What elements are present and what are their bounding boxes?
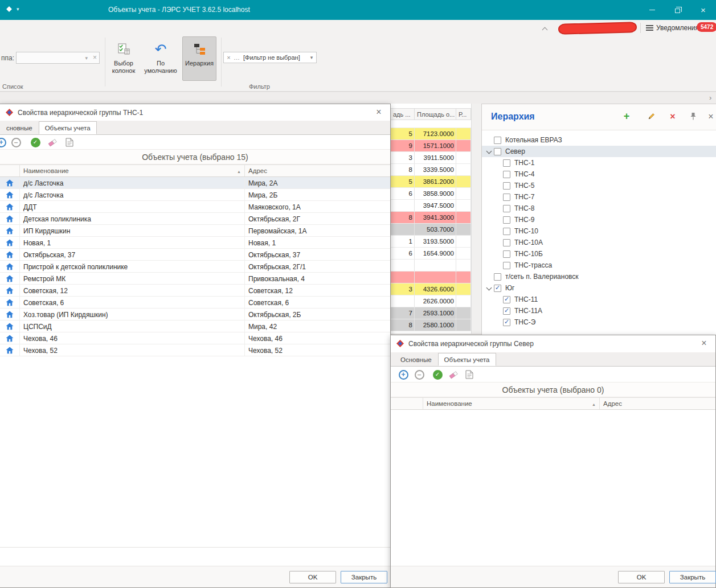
chevron-right-icon[interactable]: › — [709, 93, 711, 102]
checkbox[interactable] — [503, 205, 510, 212]
checkbox[interactable] — [503, 216, 510, 224]
tree-item[interactable]: Юг — [482, 282, 716, 294]
delete-group-button[interactable]: × — [666, 111, 680, 123]
ok-button[interactable]: OK — [289, 571, 336, 583]
table-row[interactable]: Чехова, 46 Чехова, 46 — [0, 332, 390, 344]
choose-columns-button[interactable]: Выбор колонок — [108, 36, 139, 81]
tree-item[interactable]: Север — [482, 146, 716, 157]
checkbox[interactable] — [494, 137, 501, 144]
tree-item[interactable]: ТНС-10А — [482, 237, 716, 248]
edit-group-button[interactable] — [645, 111, 658, 123]
checkbox[interactable] — [503, 182, 510, 190]
table-row[interactable]: 6 3858.9000 — [391, 188, 471, 200]
minimize-button[interactable] — [639, 0, 665, 20]
table-row[interactable]: Детская поликлиника Октябрьская, 2Г — [0, 213, 390, 225]
expander-icon[interactable] — [485, 147, 494, 156]
tree-item[interactable]: ТНС-1 — [482, 157, 716, 168]
checkbox[interactable] — [503, 159, 510, 167]
table-row[interactable]: Ремстрой МК Привокзальная, 4 — [0, 273, 390, 285]
hierarchy-toggle-button[interactable]: Иерархия — [182, 36, 216, 81]
table-row[interactable]: Чехова, 52 Чехова, 52 — [0, 344, 390, 356]
table-row[interactable]: ДДТ Маяковского, 1А — [0, 201, 390, 213]
apply-button[interactable]: ✓ — [30, 137, 41, 148]
column-header-area[interactable]: адь ... — [391, 109, 415, 120]
table-row[interactable]: ЦСПСиД Мира, 42 — [0, 320, 390, 332]
table-row[interactable]: ИП Кирдяшкин Первомайская, 1А — [0, 225, 390, 237]
close-dialog-button[interactable]: × — [698, 338, 710, 348]
table-row[interactable]: д/с Ласточка Мира, 2Б — [0, 189, 390, 201]
tree-item[interactable]: ТНС-7 — [482, 191, 716, 203]
table-row[interactable]: 8 3941.3000 — [391, 212, 471, 224]
tree-item[interactable]: ТНС-11А — [482, 305, 716, 316]
close-button[interactable]: Закрыть — [669, 571, 716, 583]
checkbox[interactable] — [494, 148, 501, 155]
collapse-ribbon-icon[interactable] — [542, 26, 549, 32]
tab-objects[interactable]: Объекты учета — [438, 353, 496, 366]
expander-icon[interactable] — [485, 283, 494, 293]
checkbox[interactable] — [503, 296, 510, 303]
checkbox[interactable] — [503, 250, 510, 258]
table-row[interactable]: 5 3861.2000 — [391, 176, 471, 188]
checkbox[interactable] — [503, 262, 510, 269]
column-header-address[interactable]: Адрес — [245, 165, 390, 176]
filter-browse-icon[interactable]: … — [234, 54, 242, 61]
app-menu-button[interactable]: ▾ — [6, 6, 19, 13]
clear-icon[interactable]: × — [93, 54, 97, 61]
filter-clear-icon[interactable]: × — [224, 54, 234, 61]
tree-item[interactable]: ТНС-трасса — [482, 260, 716, 271]
filter-combobox[interactable]: × … [Фильтр не выбран] ▾ — [223, 52, 317, 63]
add-button[interactable]: + — [0, 137, 7, 148]
column-header-name[interactable]: Наименование ▲ — [20, 165, 245, 176]
table-row[interactable]: Пристрой к детской поликлинике Октябрьск… — [0, 261, 390, 273]
restore-button[interactable] — [665, 0, 690, 20]
pin-panel-button[interactable] — [686, 111, 700, 123]
remove-button[interactable]: – — [414, 369, 425, 380]
checkbox[interactable] — [494, 273, 501, 281]
close-panel-button[interactable]: × — [704, 111, 716, 123]
column-header-icon[interactable] — [391, 398, 423, 409]
remove-button[interactable]: – — [10, 137, 22, 148]
tree-item[interactable]: ТНС-10Б — [482, 248, 716, 260]
chevron-down-icon[interactable]: ▾ — [307, 55, 316, 60]
tree-item[interactable]: ТНС-5 — [482, 180, 716, 191]
close-dialog-button[interactable]: × — [373, 107, 384, 117]
table-row[interactable]: 3947.5000 — [391, 200, 471, 212]
document-button[interactable] — [464, 369, 475, 380]
tab-objects[interactable]: Объекты учета — [39, 121, 97, 134]
table-row[interactable]: 503.7000 — [391, 224, 471, 236]
table-row[interactable]: 1 3193.5000 — [391, 236, 471, 248]
table-row[interactable]: 3 4326.6000 — [391, 283, 471, 295]
checkbox[interactable] — [503, 194, 510, 201]
close-window-button[interactable]: × — [690, 0, 716, 20]
checkbox[interactable] — [503, 239, 510, 246]
tree-item[interactable]: ТНС-4 — [482, 168, 716, 180]
table-row[interactable]: Советская, 12 Советская, 12 — [0, 285, 390, 297]
column-header-r[interactable]: Р... — [456, 109, 471, 120]
table-row[interactable]: 7 2593.1000 — [391, 307, 471, 319]
add-group-button[interactable]: + — [620, 111, 633, 123]
checkbox[interactable] — [494, 285, 501, 292]
chevron-down-icon[interactable]: ▾ — [85, 55, 88, 61]
tree-item[interactable]: ТНС-11 — [482, 294, 716, 305]
column-header-total-area[interactable]: Площадь о... — [415, 109, 456, 120]
table-row[interactable] — [391, 260, 471, 272]
checkbox[interactable] — [503, 228, 510, 235]
table-row[interactable]: 5 7123.0000 — [391, 128, 471, 140]
checkbox[interactable] — [503, 171, 510, 178]
document-button[interactable] — [64, 137, 75, 148]
table-row[interactable]: Хоз.товар (ИП Кирдяшкин) Октябрьская, 2Б — [0, 309, 390, 320]
add-button[interactable]: + — [398, 369, 409, 380]
table-row[interactable]: 9 1571.1000 — [391, 140, 471, 152]
apply-button[interactable]: ✓ — [432, 369, 443, 380]
table-row[interactable]: Новая, 1 Новая, 1 — [0, 237, 390, 249]
table-row[interactable]: 8 3339.5000 — [391, 164, 471, 176]
table-row[interactable]: Октябрьская, 37 Октябрьская, 37 — [0, 249, 390, 261]
checkbox[interactable] — [503, 319, 510, 326]
checkbox[interactable] — [503, 307, 510, 315]
tree-item[interactable]: ТНС-Э — [482, 316, 716, 328]
tab-main[interactable]: Основные — [394, 353, 438, 366]
eraser-button[interactable] — [47, 137, 58, 148]
close-button[interactable]: Закрыть — [341, 571, 387, 583]
tree-item[interactable]: ТНС-9 — [482, 214, 716, 225]
table-row[interactable] — [391, 272, 471, 283]
